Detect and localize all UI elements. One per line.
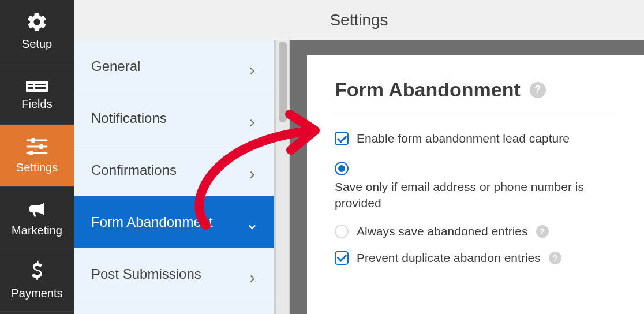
dollar-icon	[31, 260, 43, 282]
chevron-right-icon	[248, 166, 256, 174]
svg-rect-3	[28, 87, 33, 89]
submenu-label: Form Abandonment	[91, 214, 213, 230]
panel-options: Enable form abandonment lead capture Sav…	[335, 115, 616, 265]
settings-panel: Form Abandonment ? Enable form abandonme…	[307, 55, 644, 314]
svg-rect-11	[29, 151, 33, 155]
nav-label: Marketing	[12, 224, 62, 237]
svg-rect-1	[26, 76, 48, 81]
option-label: Always save abandoned entries	[357, 225, 528, 238]
option-label: Save only if email address or phone numb…	[335, 179, 589, 212]
panel-title-row: Form Abandonment ?	[335, 78, 616, 115]
checkbox-checked-icon[interactable]	[335, 251, 349, 265]
chevron-right-icon	[248, 114, 256, 122]
help-icon[interactable]: ?	[536, 225, 549, 238]
submenu-form-abandonment[interactable]: Form Abandonment	[74, 196, 274, 248]
enable-capture-option[interactable]: Enable form abandonment lead capture	[335, 132, 616, 145]
nav-label: Settings	[16, 161, 58, 174]
submenu-post-submissions[interactable]: Post Submissions	[74, 248, 274, 300]
submenu-label: Post Submissions	[91, 266, 201, 282]
sliders-icon	[25, 137, 48, 156]
option-label: Enable form abandonment lead capture	[357, 132, 570, 145]
panel-wrap: Form Abandonment ? Enable form abandonme…	[290, 40, 644, 314]
chevron-right-icon	[248, 62, 256, 70]
save-mode-email-phone[interactable]: Save only if email address or phone numb…	[335, 162, 616, 212]
chevron-right-icon	[248, 270, 256, 278]
radio-unchecked-icon[interactable]	[335, 225, 349, 238]
submenu-label: General	[91, 58, 140, 74]
option-label: Prevent duplicate abandon entries	[357, 251, 541, 265]
submenu-confirmations[interactable]: Confirmations	[74, 144, 274, 196]
svg-rect-10	[39, 144, 43, 149]
gear-icon	[26, 11, 48, 33]
left-nav: Setup Fields Settings Marketing Payments	[0, 0, 74, 314]
page-title: Settings	[330, 11, 388, 29]
submenu-label: Notifications	[91, 110, 167, 126]
settings-submenu: General Notifications Confirmations Form…	[74, 40, 276, 314]
chevron-down-icon	[248, 218, 256, 226]
scrollbar-thumb[interactable]	[279, 42, 287, 122]
svg-rect-9	[31, 138, 35, 143]
radio-checked-icon[interactable]	[335, 162, 349, 175]
submenu-notifications[interactable]: Notifications	[74, 92, 274, 144]
nav-item-settings[interactable]: Settings	[0, 125, 74, 187]
panel-title: Form Abandonment	[335, 78, 521, 101]
nav-label: Payments	[12, 287, 63, 300]
nav-label: Setup	[22, 38, 52, 51]
checkbox-checked-icon[interactable]	[335, 132, 349, 145]
megaphone-icon	[25, 199, 48, 219]
nav-item-marketing[interactable]: Marketing	[0, 187, 74, 249]
svg-rect-5	[35, 87, 46, 89]
main: Settings General Notifications Confirmat…	[74, 0, 644, 314]
submenu-general[interactable]: General	[74, 40, 274, 92]
nav-item-setup[interactable]: Setup	[0, 0, 74, 62]
body: General Notifications Confirmations Form…	[74, 40, 644, 314]
submenu-surveys-polls[interactable]: Surveys and Polls	[74, 300, 274, 314]
prevent-duplicate-option[interactable]: Prevent duplicate abandon entries ?	[335, 251, 616, 265]
nav-label: Fields	[21, 98, 52, 111]
form-icon	[25, 76, 48, 93]
submenu-label: Confirmations	[91, 162, 177, 178]
svg-rect-4	[35, 84, 46, 85]
svg-rect-2	[28, 84, 33, 85]
page-header: Settings	[74, 0, 644, 40]
help-icon[interactable]: ?	[530, 82, 546, 98]
save-mode-always[interactable]: Always save abandoned entries ?	[335, 225, 616, 238]
submenu-scrollbar[interactable]	[276, 40, 290, 314]
nav-item-fields[interactable]: Fields	[0, 62, 74, 125]
help-icon[interactable]: ?	[549, 252, 561, 264]
nav-item-payments[interactable]: Payments	[0, 249, 74, 312]
